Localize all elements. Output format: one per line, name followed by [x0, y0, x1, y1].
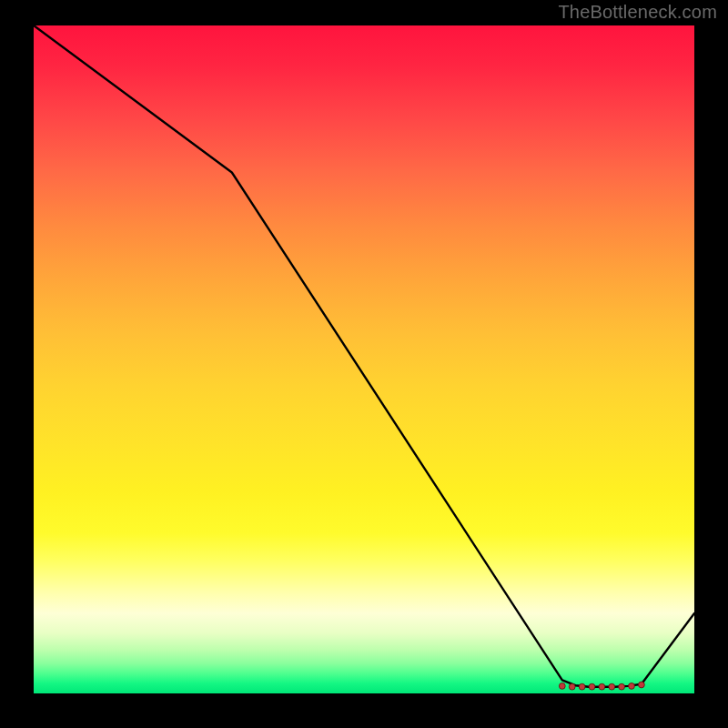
- marker-dot: [619, 683, 625, 690]
- marker-dot: [609, 683, 615, 690]
- marker-dot: [599, 683, 605, 690]
- marker-dot: [629, 683, 635, 690]
- chart-svg: [34, 25, 694, 693]
- marker-dot: [569, 683, 575, 690]
- series-curve: [34, 25, 694, 687]
- chart-frame: TheBottleneck.com: [0, 0, 728, 728]
- marker-dot: [639, 682, 645, 688]
- marker-dot: [579, 683, 585, 690]
- marker-dot: [589, 683, 595, 690]
- marker-dot: [559, 683, 565, 690]
- plot-area: [34, 25, 694, 693]
- attribution-label: TheBottleneck.com: [558, 2, 717, 23]
